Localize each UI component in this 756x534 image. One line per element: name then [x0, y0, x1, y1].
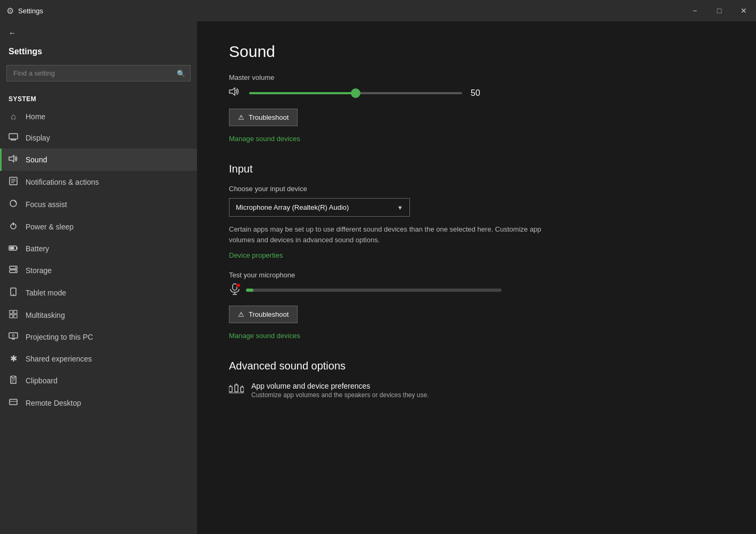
svg-rect-24 — [14, 315, 17, 318]
sidebar-item-battery[interactable]: Battery — [0, 238, 197, 259]
sidebar-item-tablet[interactable]: Tablet mode — [0, 282, 197, 304]
choose-input-label: Choose your input device — [229, 185, 724, 193]
sidebar-item-power[interactable]: Power & sleep — [0, 216, 197, 238]
sidebar-item-label: Power & sleep — [26, 223, 73, 231]
svg-marker-36 — [229, 88, 235, 95]
home-icon: ⌂ — [9, 112, 18, 121]
svg-point-18 — [15, 271, 16, 272]
app-volume-desc: Customize app volumes and the speakers o… — [251, 391, 429, 399]
volume-slider[interactable] — [249, 88, 462, 98]
svg-rect-40 — [229, 387, 232, 392]
app-volume-row[interactable]: App volume and device preferences Custom… — [229, 382, 724, 399]
mic-active-indicator — [236, 283, 241, 287]
warning-icon: ⚠ — [238, 113, 244, 121]
warning-icon-2: ⚠ — [238, 310, 244, 318]
svg-rect-34 — [10, 399, 17, 405]
volume-value: 50 — [471, 88, 487, 98]
search-input[interactable] — [6, 65, 191, 81]
svg-point-28 — [12, 334, 14, 336]
sidebar-item-shared[interactable]: ✱ Shared experiences — [0, 348, 197, 369]
storage-icon — [9, 265, 18, 276]
info-text: Certain apps may be set up to use differ… — [229, 224, 559, 245]
sidebar-item-label: Tablet mode — [26, 289, 66, 297]
app-volume-title: App volume and device preferences — [251, 382, 429, 390]
projecting-icon — [9, 332, 18, 342]
sidebar-item-label: Multitasking — [26, 311, 65, 319]
svg-rect-0 — [9, 134, 18, 139]
settings-icon: ⚙ — [6, 6, 14, 16]
svg-point-17 — [15, 267, 16, 268]
titlebar: ⚙ Settings − □ ✕ — [0, 0, 756, 21]
svg-rect-44 — [241, 387, 244, 392]
svg-rect-42 — [235, 385, 238, 392]
mic-level-bar — [246, 289, 502, 292]
input-device-dropdown[interactable]: Microphone Array (Realtek(R) Audio) ▼ — [229, 198, 410, 217]
sidebar-item-home[interactable]: ⌂ Home — [0, 106, 197, 127]
advanced-heading: Advanced sound options — [229, 360, 724, 372]
search-box: 🔍 — [6, 65, 191, 81]
troubleshoot-label-2: Troubleshoot — [249, 310, 289, 318]
sidebar-item-label: Sound — [26, 155, 47, 164]
sidebar-item-remote[interactable]: Remote Desktop — [0, 392, 197, 414]
main-content: Sound Master volume 50 ⚠ Troubleshoot Ma… — [197, 21, 756, 534]
svg-rect-13 — [17, 247, 18, 249]
sidebar-section-label: System — [0, 90, 197, 106]
test-microphone-label: Test your microphone — [229, 271, 724, 279]
sidebar-item-multitasking[interactable]: Multitasking — [0, 304, 197, 326]
sound-icon — [9, 154, 18, 165]
manage-sound-devices-link-2[interactable]: Manage sound devices — [229, 332, 300, 340]
svg-point-20 — [13, 294, 14, 295]
sidebar-item-label: Home — [26, 112, 45, 121]
sidebar-item-label: Remote Desktop — [26, 399, 81, 407]
sidebar-item-sound[interactable]: Sound — [0, 149, 197, 171]
app-container: ← Settings 🔍 System ⌂ Home Display Sound — [0, 21, 756, 534]
manage-sound-devices-link[interactable]: Manage sound devices — [229, 135, 300, 143]
remote-icon — [9, 398, 18, 408]
sidebar-item-projecting[interactable]: Projecting to this PC — [0, 326, 197, 348]
sidebar-item-label: Focus assist — [26, 200, 67, 209]
search-icon: 🔍 — [177, 69, 185, 77]
sidebar-item-label: Notifications & actions — [26, 178, 99, 186]
input-heading: Input — [229, 163, 724, 175]
minimize-button[interactable]: − — [683, 0, 707, 21]
svg-rect-21 — [10, 310, 13, 314]
troubleshoot-button-2[interactable]: ⚠ Troubleshoot — [229, 306, 298, 323]
chevron-down-icon: ▼ — [397, 204, 403, 211]
volume-icon — [229, 87, 241, 99]
maximize-button[interactable]: □ — [707, 0, 732, 21]
sidebar-header: Settings — [0, 45, 197, 65]
master-volume-label: Master volume — [229, 73, 724, 81]
clipboard-icon — [9, 375, 18, 386]
close-button[interactable]: ✕ — [732, 0, 756, 21]
mic-test-row — [229, 283, 724, 297]
focus-icon — [9, 199, 18, 210]
display-icon — [9, 133, 18, 143]
sidebar-item-label: Battery — [26, 244, 49, 253]
sidebar-item-display[interactable]: Display — [0, 127, 197, 149]
svg-marker-4 — [9, 155, 14, 162]
sidebar-item-storage[interactable]: Storage — [0, 259, 197, 282]
shared-icon: ✱ — [9, 354, 18, 364]
volume-row: 50 — [229, 87, 724, 99]
troubleshoot-label: Troubleshoot — [249, 113, 289, 121]
sidebar-item-clipboard[interactable]: Clipboard — [0, 369, 197, 392]
sidebar-item-label: Clipboard — [26, 376, 57, 385]
window-controls: − □ ✕ — [683, 0, 756, 21]
svg-rect-23 — [10, 315, 13, 318]
back-button[interactable]: ← — [0, 21, 197, 45]
sidebar: ← Settings 🔍 System ⌂ Home Display Sound — [0, 21, 197, 534]
sidebar-item-label: Storage — [26, 266, 52, 275]
svg-rect-14 — [10, 247, 14, 250]
sidebar-item-focus[interactable]: Focus assist — [0, 193, 197, 216]
svg-rect-22 — [14, 310, 17, 314]
device-properties-link[interactable]: Device properties — [229, 251, 283, 259]
notifications-icon — [9, 177, 18, 187]
svg-rect-25 — [9, 333, 18, 338]
svg-rect-30 — [12, 376, 15, 377]
input-device-value: Microphone Array (Realtek(R) Audio) — [236, 203, 349, 211]
troubleshoot-button[interactable]: ⚠ Troubleshoot — [229, 109, 298, 126]
sidebar-item-label: Projecting to this PC — [26, 333, 93, 341]
battery-icon — [9, 244, 18, 253]
sidebar-item-notifications[interactable]: Notifications & actions — [0, 171, 197, 193]
window-title: Settings — [18, 7, 43, 15]
